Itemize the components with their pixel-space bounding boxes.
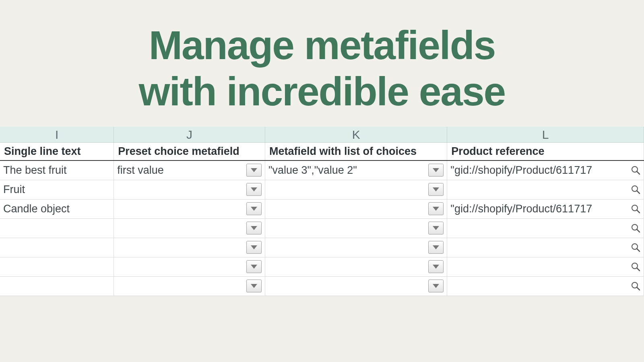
search-icon[interactable] (631, 262, 640, 272)
cell-single-line-text[interactable]: Candle object (0, 199, 114, 218)
spreadsheet: I J K L Single line text Preset choice m… (0, 127, 644, 296)
search-icon[interactable] (631, 204, 640, 214)
col-letter-l[interactable]: L (447, 127, 644, 143)
hero-line1: Manage metafields (149, 23, 495, 68)
cell-product-reference[interactable] (447, 238, 644, 257)
cell-preset-choice[interactable] (114, 218, 265, 238)
search-icon[interactable] (631, 185, 640, 194)
dropdown-icon[interactable] (246, 260, 262, 273)
svg-line-15 (637, 229, 640, 232)
cell-list-of-choices[interactable]: "value 3","value 2" (265, 160, 447, 180)
cell-text: first value (117, 164, 164, 177)
svg-marker-16 (251, 245, 257, 249)
cell-single-line-text[interactable]: The best fruit (0, 160, 114, 180)
table-row (0, 257, 644, 276)
svg-marker-1 (433, 168, 439, 172)
dropdown-icon[interactable] (428, 183, 444, 196)
svg-marker-12 (251, 226, 257, 230)
table-row: Fruit (0, 180, 644, 199)
cell-single-line-text[interactable]: Fruit (0, 180, 114, 199)
col-letter-i[interactable]: I (0, 127, 114, 143)
cell-text: "gid://shopify/Product/611717 (450, 203, 592, 215)
dropdown-icon[interactable] (246, 241, 262, 254)
cell-product-reference[interactable]: "gid://shopify/Product/611717 (447, 199, 644, 218)
svg-line-19 (637, 249, 640, 251)
cell-product-reference[interactable] (447, 276, 644, 296)
svg-marker-0 (251, 168, 257, 172)
cell-product-reference[interactable]: "gid://shopify/Product/611717 (447, 160, 644, 180)
cell-list-of-choices[interactable] (265, 218, 447, 238)
cell-single-line-text[interactable] (0, 238, 114, 257)
col-letter-j[interactable]: J (114, 127, 265, 143)
svg-line-27 (637, 287, 640, 290)
cell-single-line-text[interactable] (0, 257, 114, 276)
svg-marker-17 (433, 245, 439, 249)
dropdown-icon[interactable] (246, 280, 262, 292)
dropdown-icon[interactable] (246, 183, 262, 196)
dropdown-icon[interactable] (428, 222, 444, 234)
cell-list-of-choices[interactable] (265, 238, 447, 257)
cell-preset-choice[interactable] (114, 238, 265, 257)
cell-list-of-choices[interactable] (265, 276, 447, 296)
svg-line-3 (637, 171, 640, 174)
cell-single-line-text[interactable] (0, 276, 114, 296)
cell-single-line-text[interactable] (0, 218, 114, 238)
cell-preset-choice[interactable] (114, 276, 265, 296)
cell-list-of-choices[interactable] (265, 199, 447, 218)
search-icon[interactable] (631, 243, 640, 252)
svg-marker-21 (433, 265, 439, 269)
cell-text: "value 3","value 2" (268, 164, 357, 177)
table-row: The best fruitfirst value"value 3","valu… (0, 160, 644, 180)
svg-marker-24 (251, 284, 257, 288)
cell-preset-choice[interactable] (114, 199, 265, 218)
header-product-reference[interactable]: Product reference (447, 143, 644, 161)
svg-marker-25 (433, 284, 439, 288)
column-letters-row: I J K L (0, 127, 644, 143)
dropdown-icon[interactable] (428, 241, 444, 254)
hero-heading: Manage metafields with incredible ease (0, 0, 644, 127)
dropdown-icon[interactable] (246, 164, 262, 177)
cell-preset-choice[interactable]: first value (114, 160, 265, 180)
svg-marker-9 (433, 207, 439, 211)
svg-marker-8 (251, 207, 257, 211)
cell-text: "gid://shopify/Product/611717 (450, 164, 592, 177)
cell-preset-choice[interactable] (114, 180, 265, 199)
dropdown-icon[interactable] (246, 222, 262, 234)
header-row: Single line text Preset choice metafield… (0, 143, 644, 161)
hero-line2: with incredible ease (139, 69, 505, 114)
col-letter-k[interactable]: K (265, 127, 447, 143)
cell-product-reference[interactable] (447, 180, 644, 199)
dropdown-icon[interactable] (246, 202, 262, 215)
header-single-line-text[interactable]: Single line text (0, 143, 114, 161)
cell-text: Fruit (3, 183, 25, 196)
search-icon[interactable] (631, 223, 640, 233)
search-icon[interactable] (631, 165, 640, 175)
cell-product-reference[interactable] (447, 257, 644, 276)
dropdown-icon[interactable] (428, 164, 444, 177)
svg-marker-4 (251, 187, 257, 191)
header-list-of-choices[interactable]: Metafield with list of choices (265, 143, 447, 161)
cell-list-of-choices[interactable] (265, 180, 447, 199)
cell-list-of-choices[interactable] (265, 257, 447, 276)
svg-line-11 (637, 210, 640, 213)
cell-product-reference[interactable] (447, 218, 644, 238)
svg-marker-13 (433, 226, 439, 230)
table-row (0, 238, 644, 257)
svg-marker-5 (433, 187, 439, 191)
svg-line-7 (637, 191, 640, 193)
cell-text: The best fruit (3, 164, 67, 177)
table-row: Candle object"gid://shopify/Product/6117… (0, 199, 644, 218)
table-row (0, 218, 644, 238)
cell-preset-choice[interactable] (114, 257, 265, 276)
search-icon[interactable] (631, 281, 640, 291)
cell-text: Candle object (3, 203, 70, 215)
svg-line-23 (637, 268, 640, 271)
dropdown-icon[interactable] (428, 280, 444, 292)
dropdown-icon[interactable] (428, 202, 444, 215)
dropdown-icon[interactable] (428, 260, 444, 273)
header-preset-choice[interactable]: Preset choice metafield (114, 143, 265, 161)
svg-marker-20 (251, 265, 257, 269)
table-row (0, 276, 644, 296)
